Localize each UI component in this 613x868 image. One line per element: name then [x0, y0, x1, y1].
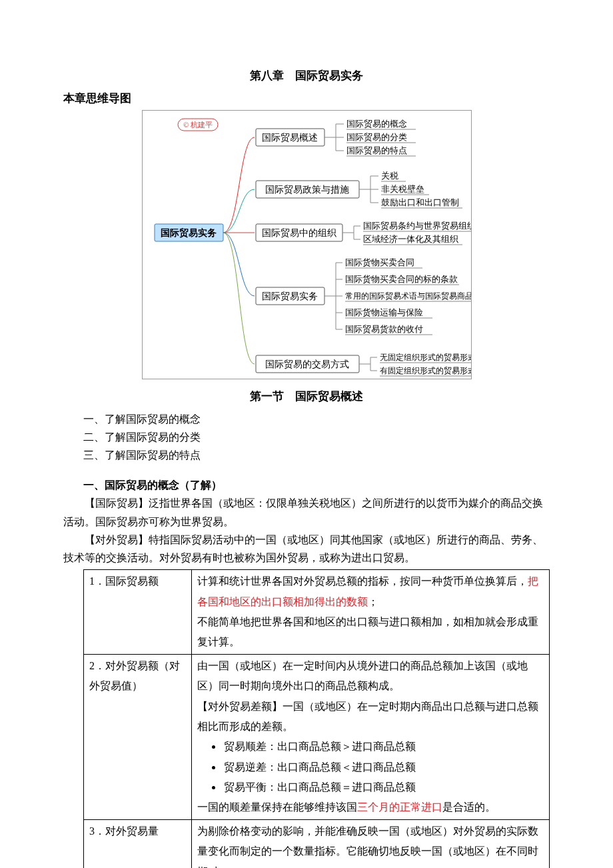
def-text: 为剔除价格变动的影响，并能准确反映一国（或地区）对外贸易的实际数量变化而制定的一… — [197, 825, 538, 868]
term-cell: 2．对外贸易额（对外贸易值） — [84, 654, 192, 819]
def-text: 【对外贸易差额】一国（或地区）在一定时期内商品出口总额与进口总额相比而形成的差额… — [197, 701, 538, 732]
svg-text:国际贸易实务: 国际贸易实务 — [161, 227, 217, 238]
def-text: 是合适的。 — [442, 801, 496, 813]
table-row: 1．国际贸易额 计算和统计世界各国对外贸易总额的指标，按同一种货币单位换算后，把… — [84, 570, 550, 655]
svg-text:国际贸易的交易方式: 国际贸易的交易方式 — [265, 359, 349, 369]
svg-text:© 杭建平: © 杭建平 — [183, 121, 212, 129]
mindmap-diagram: © 杭建平 国际贸易实务 国际贸易概述 国际贸易的概念 国际贸易的分类 国际贸易… — [142, 110, 472, 379]
list-item: 贸易顺差：出口商品总额＞进口商品总额 — [223, 737, 544, 757]
document-page: 第八章 国际贸易实务 本章思维导图 © 杭建平 国际贸易实务 国际贸易概述 国际… — [0, 0, 613, 868]
svg-text:国际贸易的分类: 国际贸易的分类 — [346, 132, 407, 142]
def-text-red: 三个月的正常进口 — [357, 801, 442, 813]
svg-text:国际贸易货款的收付: 国际贸易货款的收付 — [345, 324, 423, 334]
key-point-3: 三、了解国际贸易的特点 — [83, 446, 550, 464]
definition-table: 1．国际贸易额 计算和统计世界各国对外贸易总额的指标，按同一种货币单位换算后，把… — [83, 569, 550, 868]
svg-text:国际贸易条约与世界贸易组织: 国际贸易条约与世界贸易组织 — [363, 221, 471, 231]
svg-text:国际货物买卖合同: 国际货物买卖合同 — [345, 257, 414, 267]
key-point-2: 二、了解国际贸易的分类 — [83, 428, 550, 446]
svg-text:非关税壁垒: 非关税壁垒 — [381, 184, 424, 194]
bullet-list: 贸易顺差：出口商品总额＞进口商品总额 贸易逆差：出口商品总额＜进口商品总额 贸易… — [197, 737, 544, 797]
svg-text:国际贸易中的组织: 国际贸易中的组织 — [262, 228, 336, 238]
heading-1: 一、国际贸易的概念（了解） — [83, 476, 550, 494]
svg-text:鼓励出口和出口管制: 鼓励出口和出口管制 — [381, 197, 459, 207]
svg-text:国际贸易的特点: 国际贸易的特点 — [346, 145, 407, 155]
list-item: 贸易平衡：出口商品总额＝进口商品总额 — [223, 777, 544, 797]
list-item: 贸易逆差：出口商品总额＜进口商品总额 — [223, 757, 544, 777]
svg-text:国际贸易的概念: 国际贸易的概念 — [346, 119, 407, 129]
svg-text:关税: 关税 — [381, 171, 398, 181]
svg-text:国际贸易政策与措施: 国际贸易政策与措施 — [265, 185, 349, 195]
svg-text:常用的国际贸易术语与国际贸易商品价格: 常用的国际贸易术语与国际贸易商品价格 — [345, 291, 471, 301]
def-text: 一国的顺差量保持在能够维持该国 — [197, 801, 357, 813]
def-cell: 为剔除价格变动的影响，并能准确反映一国（或地区）对外贸易的实际数量变化而制定的一… — [192, 819, 550, 868]
svg-text:有固定组织形式的贸易形式: 有固定组织形式的贸易形式 — [380, 366, 471, 375]
svg-text:区域经济一体化及其组织: 区域经济一体化及其组织 — [363, 234, 458, 244]
paragraph-1a: 【国际贸易】泛指世界各国（或地区：仅限单独关税地区）之间所进行的以货币为媒介的商… — [63, 494, 550, 530]
svg-text:国际货物买卖合同的标的条款: 国际货物买卖合同的标的条款 — [345, 274, 458, 284]
svg-text:国际贸易概述: 国际贸易概述 — [262, 133, 318, 143]
svg-text:国际贸易实务: 国际贸易实务 — [262, 291, 318, 301]
def-cell: 由一国（或地区）在一定时间内从境外进口的商品总额加上该国（或地区）同一时期向境外… — [192, 654, 550, 819]
def-text: 不能简单地把世界各国和地区的出口额与进口额相加，如相加就会形成重复计算。 — [197, 616, 538, 647]
section-title: 第一节 国际贸易概述 — [63, 387, 550, 407]
term-cell: 3．对外贸易量 — [84, 819, 192, 868]
def-text: 由一国（或地区）在一定时间内从境外进口的商品总额加上该国（或地区）同一时期向境外… — [197, 660, 528, 691]
def-text: ； — [368, 596, 378, 607]
chapter-title: 第八章 国际贸易实务 — [63, 67, 550, 86]
paragraph-1b: 【对外贸易】特指国际贸易活动中的一国（或地区）同其他国家（或地区）所进行的商品、… — [63, 531, 550, 567]
def-cell: 计算和统计世界各国对外贸易总额的指标，按同一种货币单位换算后，把各国和地区的出口… — [192, 570, 550, 655]
term-cell: 1．国际贸易额 — [84, 570, 192, 655]
svg-text:国际货物运输与保险: 国际货物运输与保险 — [345, 307, 423, 317]
mindmap-label: 本章思维导图 — [63, 89, 550, 109]
key-point-1: 一、了解国际贸易的概念 — [83, 410, 550, 428]
svg-text:无固定组织形式的贸易形式: 无固定组织形式的贸易形式 — [380, 353, 471, 362]
def-text: 计算和统计世界各国对外贸易总额的指标，按同一种货币单位换算后， — [197, 575, 528, 587]
table-row: 2．对外贸易额（对外贸易值） 由一国（或地区）在一定时间内从境外进口的商品总额加… — [84, 654, 550, 819]
table-row: 3．对外贸易量 为剔除价格变动的影响，并能准确反映一国（或地区）对外贸易的实际数… — [84, 819, 550, 868]
